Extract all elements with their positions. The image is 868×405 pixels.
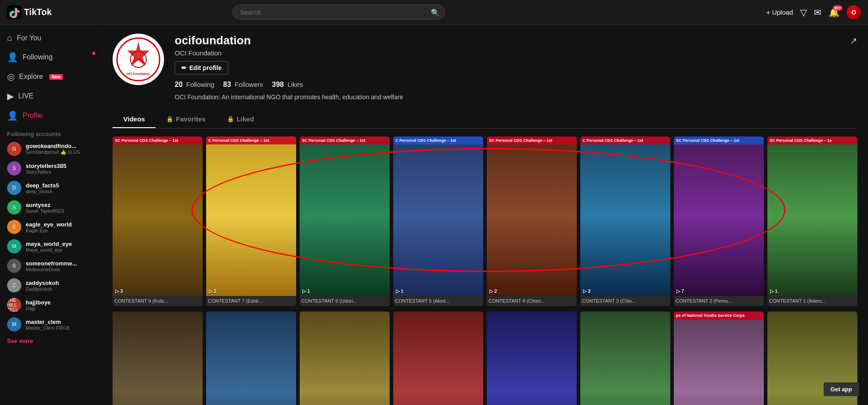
video-card-v5[interactable]: SC Personal CDS Challenge – 1st ▷ 2 CONT…	[487, 136, 577, 307]
video-card-v9[interactable]	[113, 312, 203, 405]
inbox-button[interactable]: ✉	[814, 7, 821, 18]
account-avatar-storytellers: S	[7, 161, 21, 175]
sidebar-item-following[interactable]: 👤 Following	[0, 47, 102, 67]
video-card-v3[interactable]: SC Personal CDS Challenge – 1st ▷ 1 CONT…	[300, 136, 390, 307]
profile-picture: OCI Foundation	[113, 34, 164, 85]
video-card-v12[interactable]: OCT Foundation Abu...	[393, 312, 483, 405]
live-icon: ▶	[7, 91, 14, 101]
following-account-someone[interactable]: S someonefromme... MelbourneDude	[0, 256, 102, 276]
account-avatar-eagle: E	[7, 220, 21, 234]
video-thumb-v1: SC Personal CDS Challenge – 1st ▷ 3	[113, 136, 203, 296]
following-account-storytellers[interactable]: S storytellers385 StoryTellers	[0, 159, 102, 178]
video-card-v15[interactable]: ps of National Youths Service Corps tion…	[674, 312, 764, 405]
tab-liked[interactable]: 🔒 Liked	[216, 111, 265, 128]
following-account-gowoke[interactable]: G gowokeandfindo... GenXandproud 👍 1LUS	[0, 139, 102, 159]
account-name-masterclem: master_clem	[26, 319, 70, 325]
liked-lock-icon: 🔒	[227, 116, 234, 122]
sidebar-item-explore[interactable]: ◎ Explore New	[0, 67, 102, 86]
play-count-v8: ▷ 1	[770, 288, 778, 294]
account-avatar-masterclem: M	[7, 317, 21, 331]
video-title-v1: CONTESTANT 9 (Kola...	[113, 296, 203, 306]
video-thumb-v9	[113, 312, 203, 405]
profile-details: ocifoundation OCI Foundation ✏ Edit prof…	[175, 34, 839, 102]
inbox-icon: ✉	[814, 8, 821, 17]
video-card-v4[interactable]: C Personal CDS Challenge – 1st ▷ 1 CONTE…	[393, 136, 483, 307]
followers-count: 83	[223, 81, 231, 88]
account-handle-zaddysokoh: Zaddysokoh	[26, 286, 59, 292]
video-card-v14[interactable]	[580, 312, 670, 405]
video-card-v11[interactable]	[300, 312, 390, 405]
following-account-hajjiboye[interactable]: THE HILL TELL hajjiboye Hajji	[0, 295, 102, 315]
notifications-button[interactable]: 🔔 99+	[829, 7, 840, 18]
main-layout: ⌂ For You 👤 Following ◎ Explore New ▶ LI…	[0, 25, 868, 405]
upload-button[interactable]: + Upload	[766, 8, 793, 16]
following-account-maya[interactable]: M maya_world_eye Maya_world_eye	[0, 237, 102, 256]
video-title-v4: CONTESTANT 5 (Akint...	[393, 296, 483, 306]
sidebar: ⌂ For You 👤 Following ◎ Explore New ▶ LI…	[0, 25, 102, 405]
profile-stats: 20 Following 83 Followers 398 Likes	[175, 81, 839, 89]
video-card-v7[interactable]: SC Personal CDS Challenge – 1st ▷ 7 CONT…	[674, 136, 764, 307]
sidebar-item-for-you[interactable]: ⌂ For You	[0, 28, 102, 47]
account-name-zaddysokoh: zaddysokoh	[26, 280, 59, 286]
play-count-v5: ▷ 2	[489, 288, 497, 294]
search-input[interactable]	[232, 4, 445, 20]
profile-tabs: Videos 🔒 Favorites 🔒 Liked	[113, 111, 857, 129]
following-icon: 👤	[7, 52, 18, 62]
following-account-deepfacts[interactable]: D deep_facts5 deep_facts5	[0, 178, 102, 198]
video-card-v13[interactable]: champion for Nigeria's Lagos State, Mr..…	[487, 312, 577, 405]
account-handle-gowoke: GenXandproud 👍 1LUS	[26, 149, 80, 155]
account-name-eagle: eagle_eye_world	[26, 221, 72, 228]
video-title-v8: CONTESTANT 1 (Adero...	[767, 296, 857, 306]
video-card-v1[interactable]: SC Personal CDS Challenge – 1st ▷ 3 CONT…	[113, 136, 203, 307]
account-avatar-gowoke: G	[7, 142, 21, 156]
profile-header: OCI Foundation ocifoundation OCI Foundat…	[113, 34, 857, 102]
play-count-v7: ▷ 7	[676, 288, 684, 294]
following-account-zaddysokoh[interactable]: Z zaddysokoh Zaddysokoh	[0, 276, 102, 295]
see-more-button[interactable]: See more	[0, 334, 40, 348]
tab-videos[interactable]: Videos	[113, 111, 156, 128]
likes-label: Likes	[287, 81, 303, 88]
following-account-masterclem[interactable]: M master_clem Master_Clem FRGB	[0, 315, 102, 334]
video-title-v5: CONTESTANT 4 (Chiso...	[487, 296, 577, 306]
video-thumb-v11	[300, 312, 390, 405]
video-thumb-v8: SC Personal CDS Challenge – 1s ▷ 1	[767, 136, 857, 296]
notification-badge: 99+	[833, 5, 842, 11]
search-icon[interactable]: 🔍	[431, 8, 440, 16]
video-title-v3: CONTESTANT 6 (Udori...	[300, 296, 390, 306]
video-card-v8[interactable]: SC Personal CDS Challenge – 1s ▷ 1 CONTE…	[767, 136, 857, 307]
svg-text:OCI Foundation: OCI Foundation	[127, 72, 150, 75]
account-name-maya: maya_world_eye	[26, 241, 72, 247]
account-name-gowoke: gowokeandfindo...	[26, 143, 80, 149]
video-thumb-v5: SC Personal CDS Challenge – 1st ▷ 2	[487, 136, 577, 296]
following-dot-badge	[92, 52, 95, 55]
video-card-v6[interactable]: C Personal CDS Challenge – 1st ▷ 3 CONTE…	[580, 136, 670, 307]
sidebar-item-profile[interactable]: 👤 Profile	[0, 106, 102, 125]
share-button[interactable]: ↗	[850, 35, 857, 46]
video-title-v2: CONTESTANT 7 (Edidi...	[206, 296, 296, 306]
edit-icon: ✏	[181, 64, 187, 71]
account-name-hajjiboye: hajjiboye	[26, 299, 51, 306]
search-bar: 🔍	[232, 4, 445, 20]
video-card-v2[interactable]: C Personal CDS Challenge – 1st ▷ 2 CONTE…	[206, 136, 296, 307]
edit-profile-button[interactable]: ✏ Edit profile	[175, 61, 228, 74]
account-name-someone: someonefromme...	[26, 260, 77, 267]
video-thumb-v15: ps of National Youths Service Corps	[674, 312, 764, 405]
video-title-v7: CONTESTANT 2 (Pemu...	[674, 296, 764, 306]
video-thumb-v6: C Personal CDS Challenge – 1st ▷ 3	[580, 136, 670, 296]
sidebar-item-live[interactable]: ▶ LIVE	[0, 86, 102, 106]
filter-icon-button[interactable]: ▽	[800, 7, 807, 18]
video-thumb-v12	[393, 312, 483, 405]
video-title-v6: CONTESTANT 3 (Chio...	[580, 296, 670, 306]
following-account-eagle[interactable]: E eagle_eye_world Eagle Eye	[0, 217, 102, 237]
following-section-title: Following accounts	[0, 125, 102, 139]
tab-favorites[interactable]: 🔒 Favorites	[156, 111, 216, 128]
main-content: OCI Foundation ocifoundation OCI Foundat…	[102, 25, 868, 405]
play-count-v1: ▷ 3	[115, 288, 123, 294]
video-thumb-v7: SC Personal CDS Challenge – 1st ▷ 7	[674, 136, 764, 296]
video-grid-row2: OCT Foundation Abu... champion for Niger…	[113, 312, 857, 405]
get-app-button[interactable]: Get app	[824, 382, 859, 396]
video-card-v10[interactable]	[206, 312, 296, 405]
following-account-auntysez[interactable]: A auntysez Sarah Taylor8023	[0, 198, 102, 217]
user-avatar[interactable]: O	[847, 5, 861, 19]
logo-area: TikTok	[7, 5, 69, 19]
